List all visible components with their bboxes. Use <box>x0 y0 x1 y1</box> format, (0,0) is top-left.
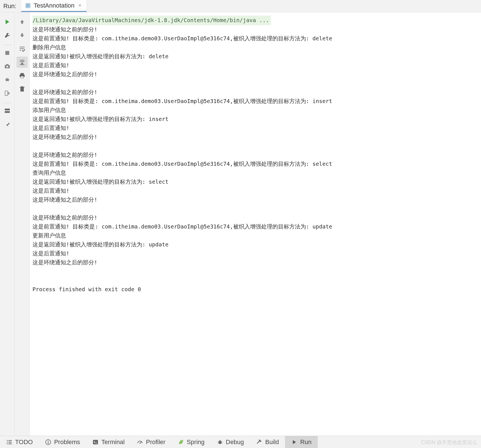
wrench-icon[interactable] <box>2 30 13 41</box>
debug-tab[interactable]: Debug <box>211 436 250 448</box>
scroll-end-icon[interactable] <box>17 57 28 68</box>
tab-label: Problems <box>54 438 80 446</box>
exit-line: Process finished with exit code 0 <box>32 286 141 293</box>
run-label: Run: <box>0 3 21 10</box>
todo-tab[interactable]: TODO <box>0 436 39 448</box>
svg-rect-14 <box>20 73 24 74</box>
down-icon[interactable] <box>17 30 28 41</box>
hammer-icon <box>256 439 262 445</box>
console-output[interactable]: /Library/Java/JavaVirtualMachines/jdk-1.… <box>30 12 481 436</box>
svg-point-9 <box>8 81 8 81</box>
build-tab[interactable]: Build <box>250 436 285 448</box>
print-icon[interactable] <box>17 70 28 81</box>
svg-rect-25 <box>8 444 12 444</box>
tab-label: Spring <box>187 438 205 446</box>
close-icon[interactable]: × <box>77 3 83 8</box>
problems-tab[interactable]: Problems <box>39 436 86 448</box>
tab-label: Profiler <box>146 438 165 446</box>
svg-rect-1 <box>27 4 29 5</box>
tab-label: Terminal <box>101 438 125 446</box>
run-header: Run: TestAnnotation × <box>0 0 481 12</box>
exit-icon[interactable] <box>2 88 13 99</box>
svg-rect-4 <box>5 51 9 55</box>
tab-label: Debug <box>226 438 244 446</box>
list-icon <box>6 439 12 445</box>
up-icon[interactable] <box>17 16 28 27</box>
svg-rect-16 <box>21 76 24 78</box>
bug2-icon <box>217 439 223 445</box>
bottom-toolwindow-bar: TODOProblemsTerminalProfilerSpringDebugB… <box>0 436 481 448</box>
trash-icon[interactable] <box>17 83 28 95</box>
svg-rect-7 <box>6 64 8 65</box>
svg-point-6 <box>6 66 8 67</box>
svg-rect-29 <box>93 440 98 444</box>
svg-point-24 <box>7 443 8 444</box>
run-tab[interactable]: Run <box>285 436 317 448</box>
svg-rect-11 <box>5 109 10 110</box>
bug-retry-icon[interactable] <box>2 74 13 85</box>
svg-rect-28 <box>48 442 49 444</box>
svg-point-27 <box>48 440 49 441</box>
run-icon[interactable] <box>2 16 13 27</box>
svg-rect-21 <box>8 440 12 441</box>
secondary-toolbar <box>15 12 30 436</box>
separator <box>3 45 11 45</box>
svg-point-31 <box>219 441 221 444</box>
tab-label: Run <box>300 438 311 446</box>
svg-rect-2 <box>27 6 29 6</box>
separator <box>3 103 11 103</box>
gauge-icon <box>137 439 143 445</box>
svg-point-22 <box>7 442 8 442</box>
svg-rect-17 <box>20 88 24 92</box>
profiler-tab[interactable]: Profiler <box>131 436 172 448</box>
info-icon <box>45 439 51 445</box>
svg-rect-19 <box>21 86 23 87</box>
pin-icon[interactable] <box>2 119 13 130</box>
svg-point-20 <box>7 440 8 441</box>
run-tab-testannotation[interactable]: TestAnnotation × <box>21 0 87 12</box>
play-icon <box>291 439 297 445</box>
soft-wrap-icon[interactable] <box>17 43 28 54</box>
tab-label: Build <box>265 438 279 446</box>
camera-icon[interactable] <box>2 61 13 72</box>
svg-point-8 <box>6 81 7 81</box>
svg-rect-3 <box>27 6 28 7</box>
tab-label: TODO <box>15 438 33 446</box>
left-toolbar <box>0 12 15 436</box>
terminal-icon <box>92 439 99 445</box>
svg-rect-23 <box>8 442 12 443</box>
file-icon <box>25 3 31 8</box>
command-line: /Library/Java/JavaVirtualMachines/jdk-1.… <box>32 16 271 25</box>
spring-tab[interactable]: Spring <box>172 436 211 448</box>
terminal-tab[interactable]: Terminal <box>86 436 131 448</box>
svg-rect-13 <box>20 64 24 65</box>
tab-label: TestAnnotation <box>34 2 74 9</box>
stop-icon[interactable] <box>2 47 13 59</box>
layout-icon[interactable] <box>2 105 13 116</box>
svg-rect-12 <box>5 111 10 113</box>
leaf-icon <box>178 439 184 445</box>
